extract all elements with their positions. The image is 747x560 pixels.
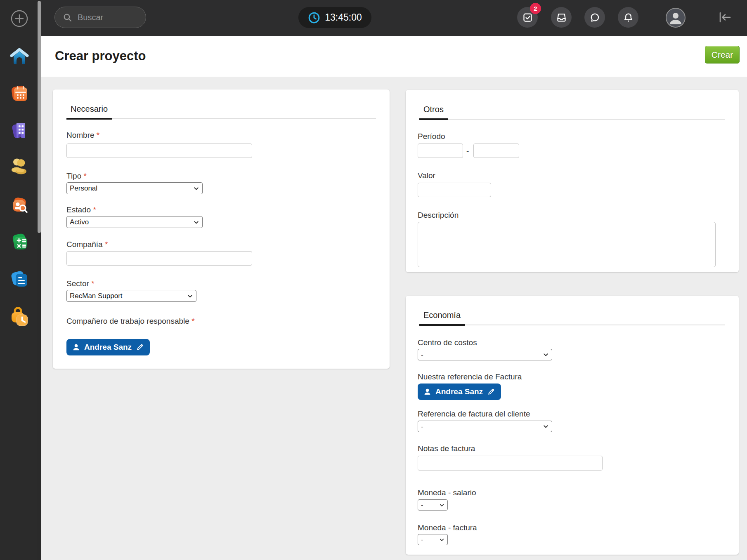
tipo-select-wrap: Personal [66,182,203,194]
required-marker: * [91,279,94,288]
compania-label: Compañía * [66,240,108,249]
notas-factura-label: Notas de factura [418,444,475,453]
nuestra-referencia-chip-label: Andrea Sanz [435,387,483,396]
tasks-badge: 2 [530,3,541,14]
sidebar-item-documents[interactable] [9,268,30,289]
responsable-user-chip[interactable]: Andrea Sanz [66,339,150,355]
user-avatar[interactable] [666,8,686,28]
tab-necesario: Necesario [66,102,112,120]
required-marker: * [84,172,87,180]
sidebar-item-payroll[interactable] [9,231,30,252]
referencia-cliente-select[interactable]: - [418,421,552,432]
document-icon [9,268,30,290]
calendar-icon [9,82,30,105]
sidebar-item-time-tracking[interactable] [9,305,30,326]
bell-icon [623,12,634,23]
topbar: 13:45:00 2 [41,0,747,36]
tab-economia: Economía [419,308,465,326]
home-icon [9,45,30,68]
collapse-arrow-icon [716,21,733,27]
necesario-tabrow: Necesario [66,102,376,119]
page-body: Necesario Nombre * Tipo * Personal Estad… [41,77,747,560]
sidebar-item-companies[interactable] [9,119,30,141]
moneda-factura-select[interactable]: - [418,534,448,545]
compania-input[interactable] [66,251,252,266]
periodo-separator: - [466,147,469,156]
task-checkbox-icon [522,12,533,23]
valor-input[interactable] [418,183,491,197]
plus-circle-icon [10,9,28,29]
sidebar-item-economy[interactable] [9,156,30,177]
estado-label: Estado * [66,205,96,214]
descripcion-textarea[interactable] [418,222,716,267]
referencia-cliente-label: Referencia de factura del cliente [418,409,530,419]
nuestra-referencia-label: Nuestra referencia de Factura [418,372,522,381]
sidebar-item-calendar[interactable] [9,82,30,104]
page-title: Crear proyecto [55,49,146,64]
sidebar-item-home[interactable] [9,45,30,67]
coins-icon [9,155,30,178]
page-header: Crear proyecto Crear [41,36,747,77]
sidebar-item-recruitment[interactable] [9,194,30,216]
inbox-icon [556,12,567,23]
moneda-salario-label: Moneda - salario [418,488,476,497]
valor-label: Valor [418,171,435,180]
calculator-icon [9,231,30,253]
edit-pencil-icon [487,388,495,396]
notas-factura-input[interactable] [418,456,603,471]
candidate-search-icon [9,194,30,216]
sector-label: Sector * [66,279,95,288]
referencia-cliente-select-wrap: - [418,421,552,432]
company-building-icon [9,119,30,141]
periodo-label: Período [418,132,445,141]
global-search [54,7,146,28]
responsable-label: Compañero de trabajo responsable * [66,317,195,326]
economia-tabrow: Economía [419,308,725,325]
nombre-label: Nombre * [66,131,99,140]
nuestra-referencia-user-chip[interactable]: Andrea Sanz [418,384,501,400]
card-economia: Economía Centro de costos - Nuestra refe… [406,296,739,555]
avatar-person-icon [667,9,685,27]
inbox-button[interactable] [551,7,572,28]
tipo-select[interactable]: Personal [66,182,203,194]
clock-icon [308,12,320,24]
centro-costos-label: Centro de costos [418,338,477,347]
estado-select-wrap: Activo [66,216,203,228]
add-new-button[interactable] [9,8,30,30]
sidebar-scrollbar-track [37,0,41,560]
centro-costos-select-wrap: - [418,349,552,360]
current-time: 13:45:00 [325,12,362,23]
required-marker: * [93,205,96,214]
moneda-salario-select-wrap: - [418,499,448,511]
search-input[interactable] [78,13,187,22]
sidebar-scrollbar-thumb[interactable] [38,1,41,233]
centro-costos-select[interactable]: - [418,349,552,360]
person-icon [423,388,431,396]
required-marker: * [105,240,108,249]
otros-tabrow: Otros [419,102,725,120]
notifications-button[interactable] [618,7,638,28]
app-sidebar [0,0,37,560]
collapse-panel-button[interactable] [716,9,734,27]
estado-select[interactable]: Activo [66,216,203,228]
nombre-input[interactable] [66,144,252,158]
sector-select[interactable]: RecMan Support [66,290,196,302]
tipo-label: Tipo * [66,172,87,181]
app-root: 13:45:00 2 [0,0,747,560]
periodo-from-input[interactable] [418,144,463,158]
edit-pencil-icon [136,343,144,351]
person-icon [72,344,80,351]
moneda-factura-label: Moneda - factura [418,523,477,532]
periodo-to-input[interactable] [473,144,519,158]
card-necesario: Necesario Nombre * Tipo * Personal Estad… [53,89,390,369]
chat-bubble-icon [589,12,600,23]
create-button[interactable]: Crear [705,46,740,64]
required-marker: * [97,131,99,139]
moneda-factura-select-wrap: - [418,534,448,545]
chat-button[interactable] [584,7,605,28]
card-otros: Otros Período - Valor Descripción [406,90,739,272]
moneda-salario-select[interactable]: - [418,499,448,511]
required-marker: * [191,317,194,325]
responsable-chip-label: Andrea Sanz [84,343,132,352]
time-tracker-widget[interactable]: 13:45:00 [298,7,371,28]
